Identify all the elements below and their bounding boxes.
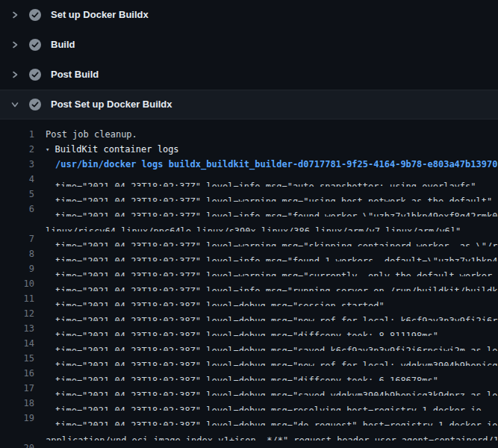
log-text: time="2021-04-23T18:02:37Z" level=warnin…: [46, 231, 498, 246]
log-line: 15time="2021-04-23T18:02:38Z" level=debu…: [0, 351, 498, 366]
log-line: 2▾BuildKit container logs: [0, 142, 498, 157]
step-title: Set up Docker Buildx: [51, 9, 149, 21]
check-circle-icon: [29, 69, 41, 81]
log-line: 4time="2021-04-23T18:02:37Z" level=info …: [0, 172, 498, 187]
log-line: 20time="2021-04-23T18:02:38Z" level=debu…: [0, 441, 498, 448]
log-text: time="2021-04-23T18:02:38Z" level=debug …: [46, 381, 498, 396]
step-header-set-up-docker-buildx[interactable]: Set up Docker Buildx: [0, 0, 498, 30]
log-line: 9time="2021-04-23T18:02:37Z" level=warni…: [0, 261, 498, 276]
log-line: 18time="2021-04-23T18:02:38Z" level=debu…: [0, 396, 498, 411]
log-line-number[interactable]: 18: [0, 396, 34, 411]
log-line: 13time="2021-04-23T18:02:38Z" level=debu…: [0, 321, 498, 336]
log-line: 1Post job cleanup.: [0, 127, 498, 142]
log-line: 17time="2021-04-23T18:02:38Z" level=debu…: [0, 381, 498, 396]
log-line-number[interactable]: 7: [0, 231, 34, 246]
log-text: time="2021-04-23T18:02:37Z" level=info m…: [46, 172, 498, 187]
log-line-number[interactable]: 2: [0, 142, 34, 157]
log-text: Post job cleanup.: [46, 127, 498, 142]
log-line-number[interactable]: 14: [0, 336, 34, 351]
chevron-right-icon[interactable]: [10, 10, 19, 19]
log-text: time="2021-04-23T18:02:38Z" level=debug …: [46, 336, 498, 351]
log-line-number[interactable]: 6: [0, 202, 34, 217]
log-line-number[interactable]: 5: [0, 187, 34, 202]
log-text: linux/riscv64 linux/ppc64le linux/s390x …: [46, 217, 498, 231]
log-line: 5time="2021-04-23T18:02:37Z" level=warni…: [0, 187, 498, 202]
step-title: Post Build: [51, 69, 99, 81]
log-text: time="2021-04-23T18:02:38Z" level=debug …: [46, 306, 498, 321]
log-text: application/vnd.oci.image.index.v1+json,…: [46, 426, 498, 441]
actions-log-viewer: Set up Docker BuildxBuildPost BuildPost …: [0, 0, 498, 448]
log-text: time="2021-04-23T18:02:37Z" level=info m…: [46, 276, 498, 291]
log-line-number[interactable]: 11: [0, 291, 34, 306]
log-text: time="2021-04-23T18:02:38Z" level=debug …: [46, 321, 498, 336]
step-header-post-build[interactable]: Post Build: [0, 60, 498, 90]
log-text: time="2021-04-23T18:02:38Z" level=debug …: [46, 411, 498, 426]
log-line: 6time="2021-04-23T18:02:37Z" level=info …: [0, 202, 498, 217]
log-text: time="2021-04-23T18:02:37Z" level=info m…: [46, 202, 498, 217]
log-group-toggle-icon[interactable]: ▾: [46, 142, 49, 157]
log-line: 7time="2021-04-23T18:02:37Z" level=warni…: [0, 231, 498, 246]
log-line-number[interactable]: 17: [0, 381, 34, 396]
log-line: 11time="2021-04-23T18:02:38Z" level=debu…: [0, 291, 498, 306]
log-line-number[interactable]: 3: [0, 157, 34, 172]
log-line-number[interactable]: 8: [0, 246, 34, 261]
log-line-number[interactable]: 10: [0, 276, 34, 291]
log-text: time="2021-04-23T18:02:37Z" level=warnin…: [46, 187, 498, 202]
chevron-right-icon[interactable]: [10, 70, 19, 79]
log-line-number[interactable]: 4: [0, 172, 34, 187]
log-text: time="2021-04-23T18:02:37Z" level=warnin…: [46, 261, 498, 276]
log-line-number[interactable]: 1: [0, 127, 34, 142]
log-line-number[interactable]: 20: [0, 441, 34, 448]
log-text: time="2021-04-23T18:02:38Z" level=debug …: [46, 351, 498, 366]
step-header-post-set-up-docker-buildx[interactable]: Post Set up Docker Buildx: [0, 90, 498, 119]
log-line-number: [0, 426, 34, 441]
log-line: 19time="2021-04-23T18:02:38Z" level=debu…: [0, 411, 498, 426]
step-header-build[interactable]: Build: [0, 30, 498, 60]
log-line: 8time="2021-04-23T18:02:37Z" level=info …: [0, 246, 498, 261]
check-circle-icon: [29, 39, 41, 51]
check-circle-icon: [29, 99, 41, 111]
chevron-right-icon[interactable]: [10, 40, 19, 49]
log-line-number[interactable]: 9: [0, 261, 34, 276]
log-text: time="2021-04-23T18:02:38Z" level=debug …: [46, 396, 498, 411]
log-line-number[interactable]: 16: [0, 366, 34, 381]
log-line: 10time="2021-04-23T18:02:37Z" level=info…: [0, 276, 498, 291]
log-line-number: [0, 217, 34, 231]
log-text: ▾BuildKit container logs: [46, 142, 498, 157]
log-command-text: /usr/bin/docker logs buildx_buildkit_bui…: [46, 157, 498, 172]
log-line-number[interactable]: 19: [0, 411, 34, 426]
chevron-down-icon[interactable]: [10, 100, 19, 109]
log-text: time="2021-04-23T18:02:37Z" level=info m…: [46, 246, 498, 261]
log-line: 14time="2021-04-23T18:02:38Z" level=debu…: [0, 336, 498, 351]
log-line-continuation: application/vnd.oci.image.index.v1+json,…: [0, 426, 498, 441]
log-line: 12time="2021-04-23T18:02:38Z" level=debu…: [0, 306, 498, 321]
log-group-title: BuildKit container logs: [55, 144, 178, 155]
log-line: 16time="2021-04-23T18:02:38Z" level=debu…: [0, 366, 498, 381]
log-line-number[interactable]: 13: [0, 321, 34, 336]
log-output: 1Post job cleanup.2▾BuildKit container l…: [0, 119, 498, 448]
log-text: time="2021-04-23T18:02:38Z" level=debug …: [46, 441, 498, 448]
log-text: time="2021-04-23T18:02:38Z" level=debug …: [46, 366, 498, 381]
log-line-number[interactable]: 15: [0, 351, 34, 366]
check-circle-icon: [29, 9, 41, 21]
log-line: 3/usr/bin/docker logs buildx_buildkit_bu…: [0, 157, 498, 172]
log-line-number[interactable]: 12: [0, 306, 34, 321]
log-text: time="2021-04-23T18:02:38Z" level=debug …: [46, 291, 498, 306]
log-line-continuation: linux/riscv64 linux/ppc64le linux/s390x …: [0, 217, 498, 231]
step-list: Set up Docker BuildxBuildPost BuildPost …: [0, 0, 498, 119]
step-title: Post Set up Docker Buildx: [51, 99, 172, 111]
step-title: Build: [51, 39, 75, 51]
